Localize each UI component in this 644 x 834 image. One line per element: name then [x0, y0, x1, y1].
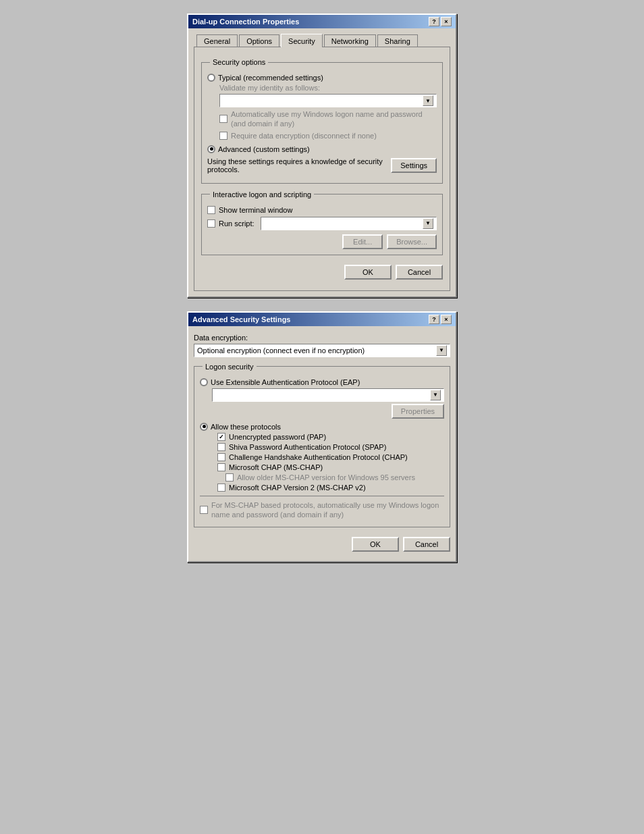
separator — [200, 496, 444, 496]
eap-dropdown-arrow[interactable]: ▼ — [430, 390, 441, 400]
chap-label: Challenge Handshake Authentication Proto… — [229, 453, 408, 461]
auto-logon-label: Automatically use my Windows logon name … — [231, 109, 437, 129]
advanced-close-button[interactable]: × — [441, 315, 452, 324]
show-terminal-row[interactable]: Show terminal window — [207, 206, 437, 214]
eap-radio-label: Use Extensible Authentication Protocol (… — [211, 378, 360, 386]
tab-content-security: Security options Typical (recommended se… — [194, 47, 450, 291]
advanced-ok-button[interactable]: OK — [352, 537, 399, 552]
spap-label: Shiva Password Authentication Protocol (… — [229, 443, 386, 451]
auto-logon-mschap-checkbox[interactable] — [200, 506, 208, 514]
validate-dropdown[interactable]: ▼ — [219, 94, 437, 107]
pap-row[interactable]: Unencrypted password (PAP) — [217, 433, 444, 441]
run-script-dropdown[interactable]: ▼ — [261, 217, 437, 230]
typical-options: Validate my identity as follows: ▼ Autom… — [219, 84, 437, 140]
require-encryption-checkbox[interactable] — [219, 132, 227, 140]
typical-radio-row[interactable]: Typical (recommended settings) — [207, 74, 437, 82]
properties-row: Properties — [212, 404, 444, 419]
mschap-older-label: Allow older MS-CHAP version for Windows … — [237, 473, 415, 481]
main-button-row: OK Cancel — [201, 261, 443, 284]
encryption-dropdown[interactable]: Optional encryption (connect even if no … — [194, 344, 450, 357]
advanced-cancel-button[interactable]: Cancel — [403, 537, 450, 552]
require-encryption-row[interactable]: Require data encryption (disconnect if n… — [219, 132, 437, 140]
browse-button[interactable]: Browse... — [387, 234, 437, 249]
auto-logon-mschap-row[interactable]: For MS-CHAP based protocols, automatical… — [200, 500, 444, 520]
tab-bar: General Options Security Networking Shar… — [194, 34, 450, 47]
run-script-row[interactable]: Run script: ▼ — [207, 217, 437, 230]
encryption-selected: Optional encryption (connect even if no … — [197, 346, 365, 355]
script-buttons: Edit... Browse... — [207, 234, 437, 249]
edit-button[interactable]: Edit... — [342, 234, 383, 249]
interactive-logon-group: Interactive logon and scripting Show ter… — [201, 190, 443, 255]
tab-general[interactable]: General — [196, 34, 238, 47]
mschapv2-checkbox[interactable] — [217, 484, 225, 492]
settings-description: Using these settings requires a knowledg… — [207, 157, 385, 174]
spap-row[interactable]: Shiva Password Authentication Protocol (… — [217, 443, 444, 451]
show-terminal-label: Show terminal window — [219, 206, 292, 214]
allow-protocols-radio-row[interactable]: Allow these protocols — [200, 423, 444, 431]
auto-logon-row[interactable]: Automatically use my Windows logon name … — [219, 109, 437, 129]
spap-checkbox[interactable] — [217, 443, 225, 451]
properties-button[interactable]: Properties — [392, 404, 444, 419]
dialup-properties-window: Dial-up Connection Properties ? × Genera… — [187, 14, 457, 298]
advanced-title-bar: Advanced Security Settings ? × — [188, 313, 456, 326]
allow-protocols-label: Allow these protocols — [211, 423, 281, 431]
pap-label: Unencrypted password (PAP) — [229, 433, 326, 441]
settings-button[interactable]: Settings — [391, 158, 437, 173]
mschap-older-checkbox[interactable] — [225, 473, 234, 481]
tab-sharing[interactable]: Sharing — [377, 34, 418, 47]
advanced-window-body: Data encryption: Optional encryption (co… — [188, 326, 456, 562]
security-options-group: Security options Typical (recommended se… — [201, 58, 443, 184]
auto-logon-checkbox[interactable] — [219, 115, 227, 123]
data-encryption-label: Data encryption: — [194, 334, 450, 342]
allow-protocols-radio[interactable] — [200, 423, 208, 431]
eap-radio-row[interactable]: Use Extensible Authentication Protocol (… — [200, 378, 444, 386]
mschap-older-row[interactable]: Allow older MS-CHAP version for Windows … — [225, 473, 444, 481]
validate-label: Validate my identity as follows: — [219, 84, 437, 92]
typical-radio-label: Typical (recommended settings) — [218, 74, 323, 82]
security-options-legend: Security options — [210, 58, 268, 66]
run-script-label: Run script: — [219, 219, 254, 228]
window-body: General Options Security Networking Shar… — [188, 28, 456, 296]
show-terminal-checkbox[interactable] — [207, 206, 215, 214]
eap-options: ▼ Properties — [212, 388, 444, 419]
eap-dropdown[interactable]: ▼ — [212, 388, 444, 402]
advanced-radio-row[interactable]: Advanced (custom settings) — [207, 145, 437, 153]
cancel-button[interactable]: Cancel — [396, 265, 443, 280]
tab-security[interactable]: Security — [281, 34, 323, 47]
chap-row[interactable]: Challenge Handshake Authentication Proto… — [217, 453, 444, 461]
require-encryption-label: Require data encryption (disconnect if n… — [231, 132, 377, 140]
mschapv2-row[interactable]: Microsoft CHAP Version 2 (MS-CHAP v2) — [217, 484, 444, 492]
help-button[interactable]: ? — [429, 17, 439, 26]
encryption-dropdown-arrow[interactable]: ▼ — [436, 345, 447, 356]
advanced-radio[interactable] — [207, 145, 215, 153]
run-script-checkbox[interactable] — [207, 219, 215, 228]
mschap-row[interactable]: Microsoft CHAP (MS-CHAP) — [217, 463, 444, 471]
tab-networking[interactable]: Networking — [324, 34, 376, 47]
advanced-button-row: OK Cancel — [194, 533, 450, 556]
window-title: Dial-up Connection Properties — [192, 18, 299, 26]
protocols-list: Unencrypted password (PAP) Shiva Passwor… — [212, 433, 444, 492]
chap-checkbox[interactable] — [217, 453, 225, 461]
pap-checkbox[interactable] — [217, 433, 225, 441]
eap-radio[interactable] — [200, 378, 208, 386]
mschap-checkbox[interactable] — [217, 463, 225, 471]
advanced-window-title: Advanced Security Settings — [192, 315, 291, 323]
advanced-radio-label: Advanced (custom settings) — [218, 145, 310, 153]
interactive-legend: Interactive logon and scripting — [210, 190, 314, 199]
auto-logon-mschap-label: For MS-CHAP based protocols, automatical… — [211, 500, 444, 520]
logon-security-legend: Logon security — [203, 363, 257, 371]
settings-section: Using these settings requires a knowledg… — [207, 157, 437, 174]
logon-security-group: Logon security Use Extensible Authentica… — [194, 363, 450, 528]
close-button[interactable]: × — [441, 17, 452, 26]
validate-dropdown-arrow[interactable]: ▼ — [423, 95, 433, 106]
title-bar: Dial-up Connection Properties ? × — [188, 15, 456, 28]
advanced-title-bar-buttons: ? × — [429, 315, 452, 324]
advanced-security-window: Advanced Security Settings ? × Data encr… — [187, 311, 457, 563]
run-script-dropdown-arrow[interactable]: ▼ — [423, 218, 433, 229]
mschapv2-label: Microsoft CHAP Version 2 (MS-CHAP v2) — [229, 484, 366, 492]
tab-options[interactable]: Options — [239, 34, 279, 47]
mschap-label: Microsoft CHAP (MS-CHAP) — [229, 463, 323, 471]
ok-button[interactable]: OK — [344, 265, 392, 280]
advanced-help-button[interactable]: ? — [429, 315, 439, 324]
typical-radio[interactable] — [207, 74, 215, 82]
